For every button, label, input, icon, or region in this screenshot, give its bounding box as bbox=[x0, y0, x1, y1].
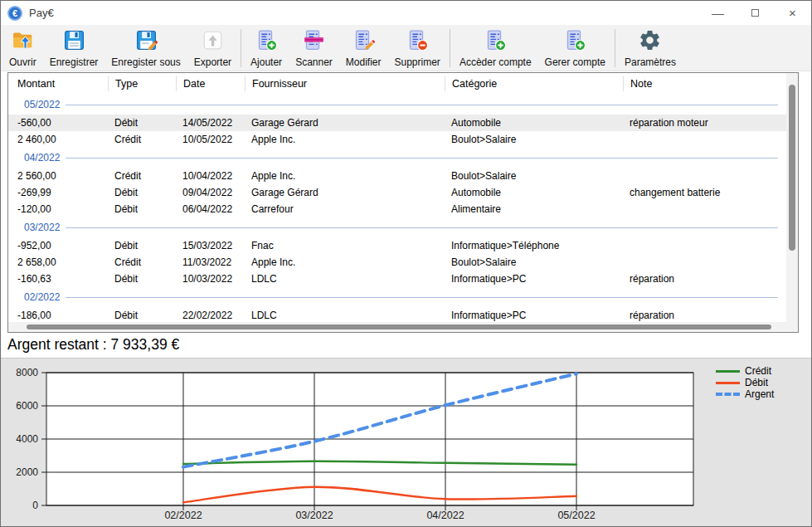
minimize-icon[interactable]: — bbox=[699, 1, 737, 25]
legend-label: Argent bbox=[745, 388, 774, 400]
toolbar-edit-button[interactable]: Modifier bbox=[339, 27, 388, 70]
cell-note bbox=[623, 131, 786, 148]
cell-montant: -560,00 bbox=[8, 115, 108, 131]
table-row[interactable]: -160,63Débit10/03/2022LDLCInformatique>P… bbox=[8, 271, 786, 287]
export-arrow-icon bbox=[201, 28, 225, 56]
vertical-scrollbar[interactable] bbox=[786, 73, 798, 322]
toolbar-button-label: Paramètres bbox=[625, 56, 676, 68]
toolbar-save-button[interactable]: Enregistrer bbox=[43, 27, 105, 70]
cell-categorie: Informatique>PC bbox=[445, 307, 623, 324]
column-header-montant[interactable]: Montant bbox=[8, 76, 108, 91]
cell-montant: -120,00 bbox=[8, 201, 108, 217]
month-separator-line bbox=[66, 227, 778, 228]
svg-text:02/2022: 02/2022 bbox=[164, 510, 202, 521]
receipt-delete-icon bbox=[406, 28, 430, 56]
cell-categorie: Informatique>PC bbox=[445, 271, 623, 287]
toolbar-export-button[interactable]: Exporter bbox=[187, 27, 238, 70]
cell-type: Crédit bbox=[108, 254, 176, 271]
maximize-icon[interactable] bbox=[737, 1, 774, 25]
toolbar-separator bbox=[615, 29, 615, 67]
cell-fournisseur: Fnac bbox=[245, 237, 445, 254]
svg-text:8000: 8000 bbox=[16, 367, 38, 378]
cell-date: 10/05/2022 bbox=[176, 131, 245, 148]
cell-type: Crédit bbox=[108, 168, 176, 184]
receipt-edit-icon bbox=[352, 28, 376, 56]
cell-date: 22/02/2022 bbox=[176, 307, 245, 324]
month-group-header: 02/2022 bbox=[8, 287, 786, 307]
cell-date: 09/04/2022 bbox=[176, 184, 245, 201]
cell-note bbox=[623, 237, 786, 254]
cell-note: changement batterie bbox=[623, 184, 786, 201]
remaining-money-label: Argent restant : 7 933,39 € bbox=[7, 333, 179, 357]
cell-montant: -952,00 bbox=[8, 237, 108, 254]
toolbar: OuvrirEnregistrerEnregister sousExporter… bbox=[1, 25, 811, 71]
svg-text:2000: 2000 bbox=[16, 466, 38, 478]
column-header-fournisseur[interactable]: Fournisseur bbox=[245, 76, 445, 91]
month-label: 03/2022 bbox=[24, 222, 60, 233]
column-header-date[interactable]: Date bbox=[176, 76, 245, 91]
app-window: € Pay€ — × OuvrirEnregistrerEnregister s… bbox=[0, 0, 812, 527]
cell-montant: 2 560,00 bbox=[8, 168, 108, 184]
cell-note: réparation bbox=[623, 307, 786, 324]
column-header-type[interactable]: Type bbox=[108, 76, 176, 91]
cell-date: 10/03/2022 bbox=[176, 271, 245, 287]
month-label: 04/2022 bbox=[24, 152, 60, 163]
cell-montant: -160,63 bbox=[8, 271, 108, 287]
toolbar-settings-button[interactable]: Paramètres bbox=[618, 27, 683, 70]
month-group-header: 04/2022 bbox=[8, 148, 786, 168]
cell-categorie: Automobile bbox=[445, 184, 623, 201]
toolbar-button-label: Accèder compte bbox=[459, 56, 532, 68]
table-row[interactable]: -120,00Débit06/04/2022CarrefourAlimentai… bbox=[8, 201, 786, 217]
gear-icon bbox=[638, 28, 662, 56]
horizontal-scrollbar-thumb[interactable] bbox=[27, 324, 771, 329]
vertical-scrollbar-thumb[interactable] bbox=[789, 85, 795, 251]
cell-fournisseur: LDLC bbox=[245, 307, 445, 324]
table-row[interactable]: -952,00Débit15/03/2022FnacInformatique>T… bbox=[8, 237, 786, 254]
legend-item: Argent bbox=[716, 388, 774, 400]
cell-fournisseur: Carrefour bbox=[245, 201, 445, 217]
toolbar-delete-button[interactable]: Supprimer bbox=[388, 27, 447, 70]
legend-label: Crédit bbox=[745, 365, 771, 377]
column-header-note[interactable]: Note bbox=[623, 76, 786, 91]
toolbar-button-label: Ouvrir bbox=[9, 56, 36, 68]
scrollbar-corner bbox=[786, 322, 798, 332]
toolbar-save-as-button[interactable]: Enregister sous bbox=[105, 27, 187, 70]
table-row[interactable]: -560,00Débit14/05/2022Garage GérardAutom… bbox=[8, 115, 786, 131]
table-row[interactable]: 2 658,00Crédit11/03/2022Apple Inc.Boulot… bbox=[8, 254, 786, 271]
cell-fournisseur: Garage Gérard bbox=[245, 115, 445, 131]
cell-fournisseur: Apple Inc. bbox=[245, 254, 445, 271]
table-body: 05/2022-560,00Débit14/05/2022Garage Géra… bbox=[8, 95, 786, 324]
legend-line-sample bbox=[716, 382, 740, 384]
month-group-header: 05/2022 bbox=[8, 95, 786, 115]
legend-item: Débit bbox=[716, 377, 774, 388]
table-row[interactable]: 2 460,00Crédit10/05/2022Apple Inc.Boulot… bbox=[8, 131, 786, 148]
window-controls: — × bbox=[699, 1, 811, 25]
cell-date: 06/04/2022 bbox=[176, 201, 245, 217]
table-row[interactable]: -269,99Débit09/04/2022Garage GérardAutom… bbox=[8, 184, 786, 201]
cell-type: Débit bbox=[108, 271, 176, 287]
toolbar-add-button[interactable]: Ajouter bbox=[244, 27, 289, 70]
horizontal-scrollbar[interactable] bbox=[8, 322, 786, 332]
table-row[interactable]: -186,00Débit22/02/2022LDLCInformatique>P… bbox=[8, 307, 786, 324]
toolbar-manage-account-button[interactable]: Gerer compte bbox=[538, 27, 612, 70]
balance-chart: 0200040006000800002/202203/202204/202205… bbox=[1, 358, 812, 527]
legend-line-sample bbox=[716, 393, 740, 396]
toolbar-open-button[interactable]: Ouvrir bbox=[2, 27, 43, 70]
toolbar-button-label: Gerer compte bbox=[545, 56, 605, 68]
close-icon[interactable]: × bbox=[774, 1, 811, 25]
svg-text:4000: 4000 bbox=[16, 433, 38, 445]
cell-type: Débit bbox=[108, 237, 176, 254]
cell-date: 11/03/2022 bbox=[176, 254, 245, 271]
cell-note bbox=[623, 254, 786, 271]
cell-type: Débit bbox=[108, 201, 176, 217]
cell-type: Débit bbox=[108, 115, 176, 131]
toolbar-scan-button[interactable]: Scanner bbox=[289, 27, 339, 70]
column-header-categorie[interactable]: Catégorie bbox=[445, 76, 623, 91]
month-separator-line bbox=[66, 158, 778, 159]
legend-line-sample bbox=[716, 370, 740, 373]
table-row[interactable]: 2 560,00Crédit10/04/2022Apple Inc.Boulot… bbox=[8, 168, 786, 184]
month-separator-line bbox=[66, 297, 778, 298]
toolbar-open-account-button[interactable]: Accèder compte bbox=[453, 27, 538, 70]
cell-fournisseur: LDLC bbox=[245, 271, 445, 287]
cell-type: Débit bbox=[108, 307, 176, 324]
